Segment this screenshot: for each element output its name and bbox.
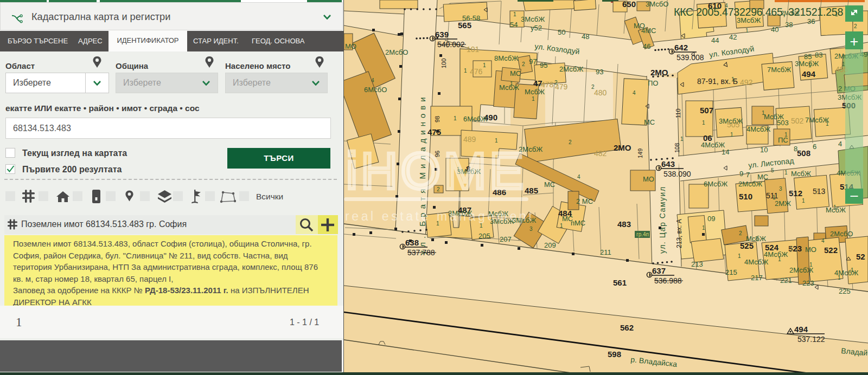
svg-text:562: 562 — [620, 323, 634, 332]
svg-text:1: 1 — [731, 76, 735, 82]
svg-text:1: 1 — [730, 132, 733, 138]
svg-text:2: 2 — [554, 80, 558, 86]
svg-text:ул. Козлодуй: ул. Козлодуй — [534, 42, 580, 56]
svg-text:1: 1 — [745, 28, 749, 34]
svg-text:494: 494 — [794, 325, 808, 334]
svg-text:1: 1 — [464, 68, 467, 74]
svg-text:3: 3 — [529, 226, 533, 232]
svg-text:2МсбЖ: 2МсбЖ — [738, 180, 762, 188]
svg-text:гр.4п: гр.4п — [636, 231, 649, 237]
svg-text:7: 7 — [746, 171, 750, 179]
svg-text:476: 476 — [470, 67, 483, 76]
svg-text:539.008: 539.008 — [676, 53, 704, 62]
svg-text:4МсбЖ: 4МсбЖ — [764, 250, 788, 258]
svg-text:101: 101 — [467, 45, 480, 54]
svg-text:522: 522 — [824, 245, 838, 255]
svg-text:ПО: ПО — [648, 79, 658, 87]
svg-text:38: 38 — [785, 21, 793, 29]
svg-text:10: 10 — [760, 146, 768, 154]
svg-text:МО: МО — [345, 42, 356, 50]
svg-text:4: 4 — [633, 90, 636, 96]
svg-text:1: 1 — [532, 96, 535, 102]
svg-text:1: 1 — [826, 121, 829, 127]
svg-text:1: 1 — [680, 136, 684, 142]
svg-text:09: 09 — [707, 215, 715, 223]
svg-text:1: 1 — [510, 81, 513, 87]
svg-text:МО: МО — [805, 245, 816, 254]
svg-text:1: 1 — [702, 120, 705, 126]
svg-text:1: 1 — [802, 198, 805, 204]
svg-text:МС: МС — [510, 69, 521, 77]
svg-text:3: 3 — [788, 245, 793, 254]
svg-text:МС: МС — [644, 118, 655, 126]
svg-text:598: 598 — [608, 350, 621, 359]
svg-text:МсбЖ: МсбЖ — [499, 83, 519, 92]
svg-text:56-58: 56-58 — [462, 14, 480, 22]
svg-text:1: 1 — [513, 11, 516, 17]
svg-text:4МсбЖ: 4МсбЖ — [744, 258, 768, 266]
svg-text:211: 211 — [600, 248, 611, 256]
svg-text:205: 205 — [478, 232, 490, 240]
svg-text:223: 223 — [802, 279, 814, 287]
svg-text:8МсбЖ: 8МсбЖ — [494, 54, 518, 62]
svg-text:1: 1 — [809, 262, 813, 268]
svg-text:3: 3 — [815, 187, 819, 196]
svg-text:6МсбЖ: 6МсбЖ — [463, 115, 487, 123]
svg-text:52: 52 — [856, 252, 865, 261]
svg-text:494: 494 — [802, 69, 816, 79]
svg-text:108: 108 — [674, 143, 680, 153]
svg-text:8: 8 — [794, 145, 797, 153]
svg-text:3МсбЖ: 3МсбЖ — [795, 60, 819, 68]
svg-text:642: 642 — [674, 43, 688, 52]
svg-text:508: 508 — [797, 148, 810, 158]
svg-text:93: 93 — [596, 68, 603, 76]
svg-text:1: 1 — [762, 110, 765, 116]
svg-text:4: 4 — [838, 140, 842, 148]
svg-text:2МсбО: 2МсбО — [385, 48, 408, 56]
svg-text:ул. Цар Самуил: ул. Цар Самуил — [658, 186, 667, 254]
svg-text:2: 2 — [591, 84, 595, 90]
svg-text:54: 54 — [510, 21, 518, 29]
svg-text:4МсбЖ: 4МсбЖ — [746, 125, 770, 133]
svg-text:3МсбЖ: 3МсбЖ — [521, 15, 545, 23]
svg-text:42: 42 — [729, 33, 737, 41]
svg-text:510: 510 — [739, 192, 752, 201]
svg-text:537.122: 537.122 — [797, 335, 825, 344]
svg-text:7МсбЖ: 7МсбЖ — [767, 66, 791, 74]
svg-text:1: 1 — [784, 132, 788, 138]
svg-text:483: 483 — [617, 219, 631, 229]
svg-text:14: 14 — [722, 148, 729, 156]
svg-text:6МсбЖ: 6МсбЖ — [704, 180, 727, 188]
svg-text:МсбЖ: МсбЖ — [525, 88, 545, 96]
svg-text:209: 209 — [544, 241, 556, 249]
svg-text:639: 639 — [435, 30, 449, 39]
svg-text:3МсбО: 3МсбО — [646, 0, 668, 8]
svg-text:2МсбО: 2МсбО — [830, 230, 853, 238]
svg-text:5: 5 — [771, 167, 774, 173]
svg-text:1: 1 — [784, 170, 788, 176]
svg-text:2МО: 2МО — [614, 143, 631, 152]
svg-text:97: 97 — [529, 57, 537, 66]
svg-text:6: 6 — [813, 143, 816, 151]
svg-text:2МсбЖ: 2МсбЖ — [559, 65, 583, 73]
svg-text:217: 217 — [751, 274, 763, 282]
svg-text:207: 207 — [500, 235, 512, 243]
svg-text:2МЖ: 2МЖ — [775, 199, 791, 208]
svg-text:4: 4 — [821, 238, 825, 244]
svg-text:1: 1 — [838, 275, 841, 281]
svg-text:110: 110 — [675, 108, 681, 118]
svg-text:637: 637 — [652, 266, 666, 275]
svg-text:МО: МО — [643, 175, 654, 183]
svg-text:507: 507 — [700, 106, 713, 115]
svg-text:83: 83 — [815, 51, 822, 59]
svg-text:ул. Козлодуй: ул. Козлодуй — [709, 44, 755, 59]
svg-text:1: 1 — [773, 195, 776, 201]
svg-text:1: 1 — [702, 225, 705, 231]
svg-text:2: 2 — [854, 23, 857, 29]
svg-text:1: 1 — [833, 204, 837, 210]
svg-text:1: 1 — [738, 253, 741, 259]
svg-text:1: 1 — [851, 267, 854, 273]
svg-text:50: 50 — [558, 28, 565, 36]
svg-text:2: 2 — [522, 61, 525, 67]
svg-text:4МС: 4МС — [641, 27, 656, 35]
